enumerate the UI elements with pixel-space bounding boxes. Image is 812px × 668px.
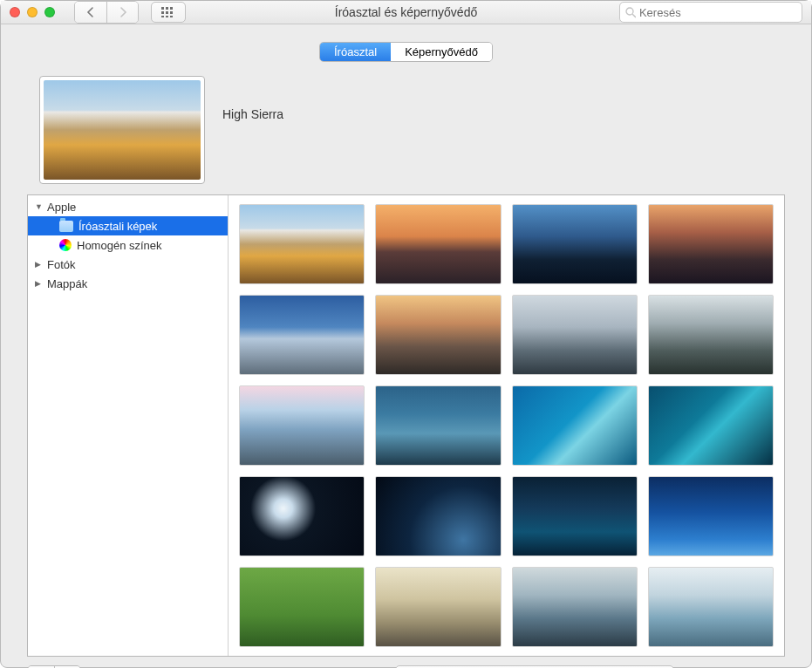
source-sidebar[interactable]: ▼ Apple Íróasztali képek Homogén színek … — [28, 195, 229, 656]
wallpaper-thumb[interactable] — [512, 204, 638, 284]
traffic-lights — [10, 7, 55, 17]
close-window-button[interactable] — [10, 7, 20, 17]
wallpaper-thumb[interactable] — [375, 295, 501, 375]
chevron-left-icon — [86, 7, 95, 17]
wallpaper-thumb[interactable] — [375, 476, 501, 556]
sidebar-label: Íróasztali képek — [78, 220, 157, 233]
disclosure-down-icon: ▼ — [35, 202, 44, 211]
sidebar-item-solid-colors[interactable]: Homogén színek — [28, 235, 228, 255]
prefpane-window: Íróasztal és képernyővédő Íróasztal Képe… — [0, 0, 812, 668]
search-field[interactable] — [619, 2, 802, 23]
content-area: Íróasztal Képernyővédő High Sierra ▼ App… — [1, 24, 811, 668]
svg-rect-6 — [161, 16, 164, 17]
svg-rect-7 — [166, 16, 168, 17]
wallpaper-thumb[interactable] — [648, 567, 774, 647]
svg-rect-2 — [170, 7, 173, 10]
wallpaper-gallery[interactable] — [229, 195, 784, 656]
sidebar-label: Apple — [47, 201, 76, 214]
grid-icon — [161, 7, 175, 17]
wallpaper-thumb[interactable] — [648, 295, 774, 375]
current-wallpaper-preview — [39, 76, 205, 184]
sidebar-item-photos[interactable]: ▶ Fotók — [28, 255, 228, 274]
folder-icon — [59, 221, 73, 232]
chevron-right-icon — [119, 7, 127, 17]
wallpaper-thumb[interactable] — [239, 567, 365, 647]
current-wallpaper-row: High Sierra — [39, 76, 785, 184]
show-all-button[interactable] — [151, 2, 186, 23]
sidebar-item-folders[interactable]: ▶ Mappák — [28, 274, 228, 293]
wallpaper-thumb[interactable] — [239, 385, 365, 466]
sidebar-label: Homogén színek — [77, 239, 162, 252]
wallpaper-thumb[interactable] — [239, 476, 365, 556]
disclosure-right-icon: ▶ — [35, 260, 44, 269]
nav-buttons — [74, 1, 139, 24]
svg-rect-8 — [170, 16, 173, 17]
current-wallpaper-name: High Sierra — [222, 107, 283, 121]
wallpaper-thumb[interactable] — [239, 204, 365, 284]
sidebar-label: Fotók — [47, 258, 76, 271]
wallpaper-thumb[interactable] — [375, 567, 501, 647]
sidebar-item-desktop-pictures[interactable]: Íróasztali képek — [28, 216, 228, 235]
wallpaper-thumb[interactable] — [648, 385, 774, 466]
wallpaper-thumb[interactable] — [512, 295, 638, 375]
wallpaper-thumb[interactable] — [512, 385, 638, 466]
wallpaper-thumb[interactable] — [239, 295, 365, 375]
svg-rect-4 — [166, 11, 168, 14]
wallpaper-thumb[interactable] — [375, 385, 501, 466]
tab-group: Íróasztal Képernyővédő — [319, 42, 493, 62]
svg-line-10 — [632, 14, 636, 17]
titlebar: Íróasztal és képernyővédő — [1, 1, 811, 24]
minimize-window-button[interactable] — [27, 7, 38, 17]
svg-rect-5 — [170, 11, 173, 14]
wallpaper-image — [44, 80, 201, 180]
back-button[interactable] — [75, 2, 106, 23]
svg-rect-3 — [161, 11, 164, 14]
wallpaper-thumb[interactable] — [648, 204, 774, 284]
zoom-window-button[interactable] — [44, 7, 55, 17]
wallpaper-thumb[interactable] — [512, 476, 638, 556]
search-icon — [625, 7, 636, 18]
wallpaper-thumb[interactable] — [648, 476, 774, 556]
sidebar-label: Mappák — [47, 277, 87, 290]
svg-point-9 — [626, 8, 633, 15]
disclosure-right-icon: ▶ — [35, 279, 44, 288]
wallpaper-thumb[interactable] — [375, 204, 501, 284]
colorwheel-icon — [59, 239, 72, 251]
picker-panels: ▼ Apple Íróasztali képek Homogén színek … — [27, 194, 785, 657]
forward-button[interactable] — [106, 2, 138, 23]
wallpaper-thumb[interactable] — [512, 567, 638, 647]
tab-screensaver[interactable]: Képernyővédő — [391, 43, 492, 61]
search-input[interactable] — [639, 6, 796, 19]
tab-desktop[interactable]: Íróasztal — [320, 43, 391, 61]
svg-rect-0 — [161, 7, 164, 10]
sidebar-item-apple[interactable]: ▼ Apple — [28, 197, 228, 216]
svg-rect-1 — [166, 7, 168, 10]
